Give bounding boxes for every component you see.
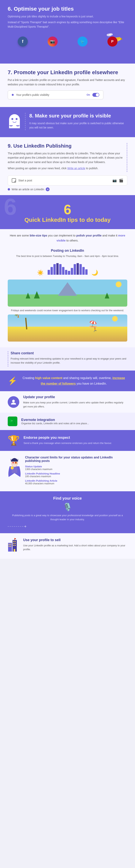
camera-icon[interactable]: 📷	[112, 178, 117, 183]
section-6-title: 6. Optimise your job titles	[8, 6, 127, 12]
evernote-title: Evernote integration	[21, 418, 89, 422]
sell-content: Use your profile to sell Use your Linked…	[23, 538, 127, 552]
article-circle	[46, 187, 49, 191]
twitter-icon: 🐦	[77, 36, 88, 46]
voice-arrow-row	[8, 525, 127, 528]
bar-5	[59, 264, 62, 275]
section-9: 9. Use LinkedIn Publishing The publishin…	[0, 137, 135, 195]
moon-icon: 🌙	[92, 270, 98, 276]
bite-size-section: Here are some bite-size tips you can imp…	[0, 229, 135, 245]
bite-size-bold1: bite-size tips	[30, 234, 47, 237]
posting-title: Posting on LinkedIn	[51, 249, 84, 253]
svg-rect-29	[9, 546, 10, 547]
hvc-inner: ⚡ Creating high value content and sharin…	[8, 375, 127, 386]
svg-point-19	[15, 462, 16, 463]
evernote-section: Evernote integration Organise biz cards,…	[0, 413, 135, 430]
article-value: 40,000 characters maximum	[25, 482, 127, 485]
tips-6-header: 6 6 Quick LinkedIn tips to do today	[0, 195, 135, 229]
section-8-title: 8. Make sure your profile is visible	[29, 113, 127, 119]
svg-rect-30	[10, 546, 11, 547]
bar-3	[54, 264, 56, 275]
dashed-line-decoration	[8, 526, 23, 527]
section-9-main: 9. Use LinkedIn Publishing The publishin…	[8, 143, 124, 172]
palm-leaves: 🌴	[14, 314, 21, 318]
svg-rect-33	[15, 541, 15, 542]
svg-marker-40	[15, 538, 16, 539]
svg-point-11	[12, 400, 15, 402]
svg-text:⚡: ⚡	[11, 466, 14, 469]
ghost-icon	[8, 113, 21, 130]
landscape-image	[8, 280, 127, 307]
article-item: LinkedIn Publishing Article 40,000 chara…	[25, 479, 127, 485]
bar-12	[79, 264, 82, 275]
section-6: 6. Optimise your job titles Optimising y…	[0, 0, 135, 64]
arrow-icon	[23, 525, 27, 528]
svg-rect-36	[13, 545, 14, 546]
bar-8	[68, 271, 70, 275]
section-6-para2: Instead of "Sports Therapist" bait searc…	[8, 20, 127, 29]
visibility-bar: Your profile's public visibility On	[8, 90, 103, 99]
tips-main-heading: 6 Quick LinkedIn tips to do today	[8, 203, 127, 223]
write-article-link-inline[interactable]: Write an article	[67, 167, 85, 170]
write-article-bottom-text[interactable]: Write an article on LinkedIn	[11, 188, 44, 191]
bar-14	[85, 269, 88, 275]
bar-1	[47, 270, 50, 275]
visibility-label: Your profile's public visibility	[16, 93, 84, 96]
scene-sun	[116, 281, 122, 287]
svg-rect-27	[9, 544, 10, 545]
char-content: Character count limits for your status u…	[25, 456, 127, 487]
char-count-title: Character count limits for your status u…	[25, 456, 127, 463]
tropical-sun	[112, 316, 117, 321]
endorse-section: 🏆 Endorse people you respect Send a than…	[0, 430, 135, 451]
posting-text2: Fridays and weekends could receive lower…	[8, 309, 127, 313]
svg-rect-38	[14, 549, 15, 552]
monster-icon: ⚡	[8, 456, 21, 480]
video-icon[interactable]: 🎬	[119, 178, 123, 183]
bar-10	[74, 264, 76, 275]
visibility-dot	[12, 94, 14, 96]
svg-point-18	[12, 462, 14, 463]
update-text: Make sure you keep your profile current.…	[23, 401, 127, 409]
instagram-icon: 📷	[47, 36, 58, 46]
share-content-text: Posting relevant links and interesting u…	[11, 357, 127, 365]
edit-icon	[12, 178, 16, 183]
trophy-icon: 🏆	[8, 435, 20, 446]
write-article-row: Write an article on LinkedIn	[8, 187, 127, 191]
tree-2	[34, 291, 40, 299]
bar-2	[50, 267, 53, 275]
find-voice-title: Find your voice	[8, 496, 127, 501]
evernote-content: Evernote integration Organise biz cards,…	[21, 418, 89, 425]
section-9-para2: When posting an update on your news feed…	[8, 166, 124, 170]
sun-icon: ☀️	[37, 270, 44, 276]
find-voice-section: Find your voice 🎙️ Publishing posts is a…	[0, 491, 135, 533]
umbrella-icon: ⛱️	[89, 320, 97, 328]
bar-4	[56, 263, 59, 275]
find-voice-text: Publishing posts is a great way to showc…	[8, 514, 127, 522]
section-9-para1: The publishing option allows you to post…	[8, 151, 124, 164]
section-7-para: Put a link to your LinkedIn profile on y…	[8, 78, 127, 87]
person-icon: 🏃	[93, 328, 97, 332]
bar-7	[65, 270, 67, 275]
tips-heading-text: Quick LinkedIn tips to do today	[25, 217, 111, 223]
svg-rect-35	[15, 543, 15, 544]
section-8-content: 8. Make sure your profile is visible It …	[29, 113, 127, 131]
evernote-logo	[8, 416, 18, 426]
visibility-on-label: On	[87, 93, 90, 96]
section-6-para1: Optimising your job titles slightly to i…	[8, 14, 127, 19]
status-update-value: 1300 characters maximum	[25, 468, 127, 471]
svg-point-9	[11, 118, 13, 120]
bar-9	[71, 268, 73, 275]
ghost-container	[8, 113, 26, 130]
start-post-box[interactable]: Start a post 📷 🎬	[8, 176, 127, 185]
sell-title: Use your profile to sell	[23, 538, 127, 542]
facebook-icon: f	[18, 36, 28, 46]
hvc-text: Creating high value content and sharing …	[20, 375, 127, 386]
visibility-toggle[interactable]	[92, 93, 99, 97]
svg-rect-20	[13, 465, 14, 466]
status-update-label: Status Update	[25, 465, 127, 468]
lightning-icon: ⚡	[8, 376, 18, 385]
sell-text: Use your LinkedIn profile as a marketing…	[23, 544, 127, 552]
update-content: Update your profile Make sure you keep y…	[23, 395, 127, 409]
update-section: Update your profile Make sure you keep y…	[0, 391, 135, 413]
svg-rect-28	[10, 544, 11, 545]
